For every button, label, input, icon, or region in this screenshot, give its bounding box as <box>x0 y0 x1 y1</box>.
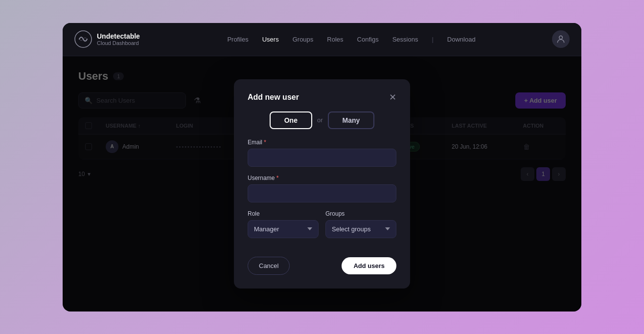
nav-groups[interactable]: Groups <box>293 36 314 43</box>
modal-footer: Cancel Add users <box>248 257 396 275</box>
modal-title: Add new user <box>248 93 299 102</box>
modal-close-button[interactable]: ✕ <box>389 93 396 102</box>
email-label: Email * <box>248 139 396 146</box>
groups-col: Groups Select groups <box>325 210 396 246</box>
mode-or-label: or <box>317 116 323 124</box>
username-label: Username * <box>248 175 396 181</box>
mode-one-button[interactable]: One <box>270 111 312 129</box>
logo-text: Undetectable Cloud Dashboard <box>97 32 140 46</box>
avatar[interactable] <box>552 30 570 48</box>
logo-area: Undetectable Cloud Dashboard <box>74 30 162 48</box>
app-window: Undetectable Cloud Dashboard Profiles Us… <box>63 23 581 312</box>
username-input[interactable] <box>248 184 396 202</box>
main-nav: Profiles Users Groups Roles Configs Sess… <box>162 36 540 43</box>
logo-icon <box>74 30 92 48</box>
add-users-button[interactable]: Add users <box>342 257 396 274</box>
role-select[interactable]: Manager Admin Viewer <box>248 220 319 238</box>
nav-divider: | <box>432 36 433 43</box>
svg-point-1 <box>559 36 563 39</box>
role-groups-row: Role Manager Admin Viewer Groups <box>248 210 396 246</box>
groups-label: Groups <box>325 210 396 217</box>
header-right <box>540 30 570 48</box>
app-title: Undetectable <box>97 32 140 41</box>
username-field-group: Username * <box>248 175 396 202</box>
email-field-group: Email * <box>248 139 396 167</box>
role-label: Role <box>248 210 319 217</box>
role-field-group: Role Manager Admin Viewer <box>248 210 319 238</box>
nav-roles[interactable]: Roles <box>327 36 343 43</box>
nav-configs[interactable]: Configs <box>357 36 379 43</box>
app-subtitle: Cloud Dashboard <box>97 40 140 46</box>
mode-many-button[interactable]: Many <box>328 111 375 129</box>
nav-download[interactable]: Download <box>447 36 476 43</box>
main-content: Users 1 🔍 Search Users ⚗ + Add user User… <box>63 56 581 312</box>
nav-sessions[interactable]: Sessions <box>392 36 418 43</box>
groups-select[interactable]: Select groups <box>325 220 396 238</box>
role-col: Role Manager Admin Viewer <box>248 210 319 246</box>
nav-profiles[interactable]: Profiles <box>227 36 248 43</box>
email-input[interactable] <box>248 149 396 167</box>
mode-toggle: One or Many <box>248 111 396 129</box>
header: Undetectable Cloud Dashboard Profiles Us… <box>63 23 581 56</box>
modal-overlay: Add new user ✕ One or Many Email * <box>63 56 581 312</box>
groups-field-group: Groups Select groups <box>325 210 396 238</box>
add-user-modal: Add new user ✕ One or Many Email * <box>234 79 410 289</box>
cancel-button[interactable]: Cancel <box>248 257 290 275</box>
nav-users[interactable]: Users <box>262 36 279 43</box>
modal-header: Add new user ✕ <box>248 93 396 102</box>
